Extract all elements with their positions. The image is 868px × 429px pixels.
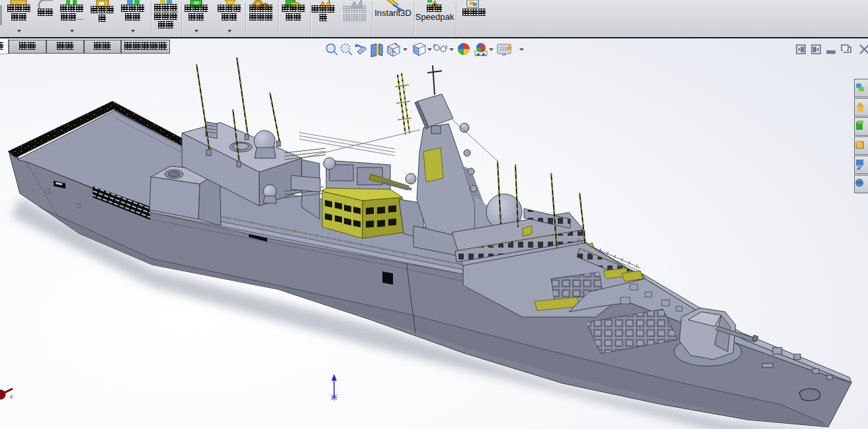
svg-text:x: x	[9, 393, 13, 400]
